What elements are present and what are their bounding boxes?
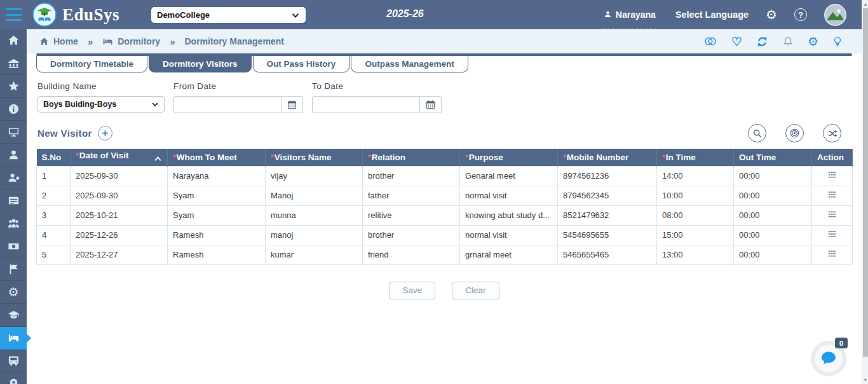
sidebar-item-info[interactable] bbox=[0, 98, 27, 121]
add-student-icon bbox=[8, 172, 20, 184]
location-pin-icon bbox=[8, 378, 20, 384]
sidebar-item-settings[interactable]: ⚙ bbox=[0, 281, 27, 304]
grid-dots-icon bbox=[827, 250, 837, 257]
select-language-button[interactable]: Select Language bbox=[675, 10, 749, 20]
cell-purpose: normal visit bbox=[460, 186, 558, 205]
notifications-icon[interactable] bbox=[782, 36, 794, 48]
row-actions-button[interactable] bbox=[812, 205, 853, 225]
chat-widget: 0 bbox=[811, 341, 846, 376]
cell-mobile: 8794562345 bbox=[558, 186, 657, 205]
grid-dots-icon bbox=[827, 210, 837, 218]
tab-dormitory-visitors[interactable]: Dormitory Visitors bbox=[149, 56, 252, 72]
sidebar-item-records[interactable] bbox=[0, 189, 27, 212]
from-date-input[interactable] bbox=[173, 96, 281, 113]
sidebar-item-flag[interactable] bbox=[0, 258, 27, 281]
cell-visitor: Manoj bbox=[266, 186, 363, 205]
ideas-icon[interactable] bbox=[832, 36, 843, 48]
sidebar-item-transport[interactable] bbox=[0, 350, 27, 373]
tab-dormitory-timetable[interactable]: Dormitory Timetable bbox=[36, 56, 147, 72]
tab-outpass-management[interactable]: Outpass Management bbox=[351, 56, 468, 72]
cell-relation: father bbox=[363, 186, 460, 205]
row-actions-button[interactable] bbox=[812, 166, 853, 186]
cell-in-time: 10:00 bbox=[657, 186, 734, 205]
building-select[interactable]: Boys Buiding-Boys bbox=[37, 96, 165, 113]
cell-out-time: 00:00 bbox=[734, 166, 812, 186]
cell-out-time: 00:00 bbox=[734, 225, 812, 245]
cell-whom: Syam bbox=[168, 205, 266, 225]
row-actions-button[interactable] bbox=[812, 186, 853, 205]
cell-relation: brother bbox=[363, 166, 460, 186]
col-relation: *Relation bbox=[363, 149, 460, 166]
sidebar-item-finance[interactable] bbox=[0, 235, 27, 258]
sidebar-item-monitor[interactable] bbox=[0, 121, 27, 144]
add-visitor-button[interactable] bbox=[98, 126, 112, 141]
chevron-down-icon bbox=[151, 100, 159, 108]
hamburger-menu-icon[interactable] bbox=[6, 8, 22, 21]
sidebar-item-institution[interactable] bbox=[0, 52, 27, 75]
sidebar-item-location[interactable] bbox=[0, 373, 27, 384]
sidebar-item-dormitory[interactable] bbox=[0, 327, 27, 350]
row-actions-button[interactable] bbox=[812, 245, 853, 264]
vertical-scrollbar[interactable]: ▲ ▼ bbox=[862, 0, 868, 384]
breadcrumb-separator: » bbox=[170, 36, 175, 47]
brand-name: EduSys bbox=[62, 5, 119, 25]
info-icon bbox=[8, 103, 20, 115]
sidebar-item-star[interactable] bbox=[0, 75, 27, 98]
sidebar-item-groups[interactable] bbox=[0, 212, 27, 235]
cell-mobile: 5465655465 bbox=[558, 245, 657, 264]
to-date-calendar-button[interactable] bbox=[420, 96, 442, 113]
sidebar-item-home[interactable] bbox=[0, 29, 27, 52]
form-actions: Save Clear bbox=[27, 282, 862, 299]
col-action: Action bbox=[812, 149, 853, 166]
col-date-of-visit[interactable]: *Date of Visit bbox=[71, 149, 168, 166]
shuffle-button[interactable] bbox=[823, 124, 841, 142]
favorite-icon[interactable]: ♡ bbox=[731, 36, 742, 48]
help-icon[interactable]: ? bbox=[794, 8, 807, 21]
table-row: 4 2025-12-26 Ramesh manoj brother normal… bbox=[37, 225, 853, 245]
to-date-input[interactable] bbox=[312, 96, 420, 113]
gear-icon: ⚙ bbox=[8, 286, 18, 298]
scroll-up-arrow[interactable]: ▲ bbox=[862, 0, 868, 8]
sidebar-item-add-student[interactable] bbox=[0, 167, 27, 189]
sidebar-item-academics[interactable] bbox=[0, 304, 27, 327]
brand-logo[interactable]: EduSys bbox=[32, 3, 119, 27]
chat-bubble-icon bbox=[819, 349, 838, 368]
from-date-calendar-button[interactable] bbox=[281, 96, 303, 113]
college-select[interactable]: DemoCollege bbox=[151, 7, 306, 23]
cell-out-time: 00:00 bbox=[734, 205, 812, 225]
save-button[interactable]: Save bbox=[389, 282, 435, 299]
edusys-logo-icon bbox=[32, 3, 57, 27]
tab-out-pass-history[interactable]: Out Pass History bbox=[253, 56, 350, 72]
breadcrumb-dormitory[interactable]: Dormitory bbox=[118, 36, 160, 46]
breadcrumb-home[interactable]: Home bbox=[53, 36, 78, 46]
finance-icon bbox=[8, 240, 20, 252]
cell-relation: friend bbox=[363, 245, 460, 264]
avatar[interactable] bbox=[824, 4, 846, 26]
col-whom-to-meet: *Whom To Meet bbox=[168, 149, 266, 166]
row-actions-button[interactable] bbox=[812, 225, 853, 245]
toggle-icon[interactable] bbox=[703, 36, 717, 47]
breadcrumb-bar: Home » Dormitory » Dormitory Management … bbox=[27, 29, 862, 53]
table-header-row: S.No *Date of Visit *Whom To Meet *Visit… bbox=[37, 149, 853, 166]
main-content: Dormitory Timetable Dormitory Visitors O… bbox=[27, 53, 862, 384]
user-menu[interactable]: Narayana bbox=[601, 1, 658, 29]
scrollbar-thumb[interactable] bbox=[863, 8, 868, 357]
search-button[interactable] bbox=[748, 124, 766, 142]
scroll-down-arrow[interactable]: ▼ bbox=[862, 376, 868, 384]
calendar-icon bbox=[425, 99, 436, 110]
sidebar-item-student[interactable] bbox=[0, 144, 27, 167]
building-select-value: Boys Buiding-Boys bbox=[43, 100, 116, 109]
target-button[interactable] bbox=[785, 124, 804, 142]
tab-bar: Dormitory Timetable Dormitory Visitors O… bbox=[36, 56, 862, 72]
settings-icon[interactable]: ⚙ bbox=[766, 8, 777, 21]
table-row: 1 2025-09-30 Narayana vijay brother Gena… bbox=[37, 166, 853, 186]
to-date-label: To Date bbox=[312, 81, 442, 91]
cell-relation: brother bbox=[363, 225, 460, 245]
star-icon bbox=[8, 80, 20, 92]
page-settings-icon[interactable]: ⚙ bbox=[808, 36, 818, 48]
refresh-icon[interactable] bbox=[756, 36, 768, 48]
building-name-label: Building Name bbox=[37, 81, 165, 91]
from-date-filter: From Date bbox=[173, 81, 303, 113]
clear-button[interactable]: Clear bbox=[452, 282, 499, 299]
chevron-down-icon bbox=[291, 11, 300, 20]
